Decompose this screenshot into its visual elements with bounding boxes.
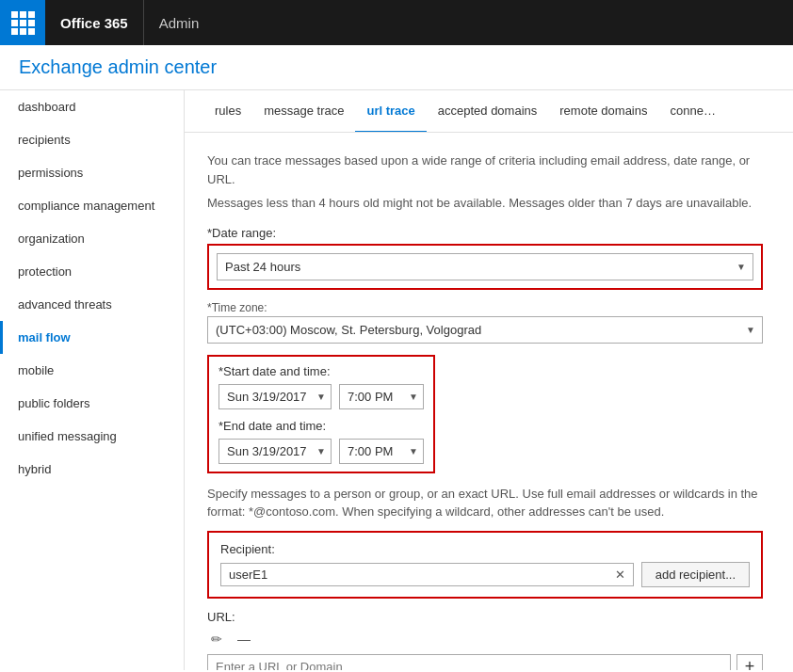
app-name: Office 365: [45, 0, 144, 45]
tab-connectors[interactable]: conne…: [659, 90, 727, 133]
sub-nav: rules message trace url trace accepted d…: [185, 90, 793, 133]
sidebar-item-permissions[interactable]: permissions: [0, 156, 184, 189]
start-time-select[interactable]: 7:00 PM: [339, 384, 424, 409]
url-input-row: +: [207, 654, 763, 671]
url-toolbar: ✏ —: [207, 630, 763, 648]
page-title: Exchange admin center: [19, 56, 217, 77]
end-datetime-group: Sun 3/19/2017 7:00 PM: [218, 439, 424, 464]
top-bar: Office 365 Admin: [0, 0, 793, 45]
recipient-clear-button[interactable]: ✕: [615, 568, 625, 582]
sidebar-item-compliance-management[interactable]: compliance management: [0, 189, 184, 222]
tab-message-trace[interactable]: message trace: [252, 90, 355, 133]
end-date-label: *End date and time:: [218, 419, 424, 433]
sidebar-item-mobile[interactable]: mobile: [0, 354, 184, 387]
tab-accepted-domains[interactable]: accepted domains: [427, 90, 549, 133]
start-datetime-group: Sun 3/19/2017 7:00 PM: [218, 384, 424, 409]
sidebar-item-dashboard[interactable]: dashboard: [0, 90, 184, 123]
tab-rules[interactable]: rules: [203, 90, 252, 133]
url-add-button[interactable]: +: [736, 654, 763, 671]
specify-text: Specify messages to a person or group, o…: [207, 485, 763, 521]
main-layout: dashboard recipients permissions complia…: [0, 90, 793, 670]
tab-url-trace[interactable]: url trace: [355, 90, 426, 133]
page-title-bar: Exchange admin center: [0, 45, 793, 90]
url-edit-icon[interactable]: ✏: [207, 630, 226, 648]
end-time-wrapper[interactable]: 7:00 PM: [339, 439, 424, 464]
date-range-highlight: Past 24 hours Past 48 hours Past 7 days …: [207, 244, 763, 290]
timezone-select[interactable]: (UTC+03:00) Moscow, St. Petersburg, Volg…: [207, 316, 763, 344]
datetime-highlight: *Start date and time: Sun 3/19/2017 7:00…: [207, 355, 435, 473]
sidebar-item-hybrid[interactable]: hybrid: [0, 453, 184, 486]
main-content: rules message trace url trace accepted d…: [185, 90, 793, 670]
sidebar-item-advanced-threats[interactable]: advanced threats: [0, 288, 184, 321]
date-range-select[interactable]: Past 24 hours Past 48 hours Past 7 days …: [217, 253, 753, 280]
end-date-select[interactable]: Sun 3/19/2017: [218, 439, 332, 464]
sidebar-item-organization[interactable]: organization: [0, 222, 184, 255]
start-date-select[interactable]: Sun 3/19/2017: [218, 384, 332, 409]
start-date-label: *Start date and time:: [218, 364, 424, 378]
sidebar-item-unified-messaging[interactable]: unified messaging: [0, 420, 184, 453]
sidebar-item-public-folders[interactable]: public folders: [0, 387, 184, 420]
recipient-box: Recipient: userE1 ✕ add recipient...: [207, 531, 763, 599]
recipient-input-wrap: userE1 ✕: [220, 563, 634, 586]
content-area: You can trace messages based upon a wide…: [185, 133, 793, 670]
url-section: URL: ✏ — + spamlink.contoso.com: [207, 610, 763, 671]
start-date-wrapper[interactable]: Sun 3/19/2017: [218, 384, 332, 409]
date-range-wrapper[interactable]: Past 24 hours Past 48 hours Past 7 days …: [217, 253, 753, 280]
url-input[interactable]: [207, 654, 731, 670]
sidebar-item-recipients[interactable]: recipients: [0, 123, 184, 156]
end-time-select[interactable]: 7:00 PM: [339, 439, 424, 464]
info-line-1: You can trace messages based upon a wide…: [207, 152, 770, 188]
top-section-label: Admin: [144, 15, 215, 31]
recipient-row: userE1 ✕ add recipient...: [220, 562, 750, 587]
sidebar-item-mail-flow[interactable]: mail flow: [0, 321, 184, 354]
url-label: URL:: [207, 610, 763, 624]
info-line-2: Messages less than 4 hours old might not…: [207, 194, 770, 213]
recipient-value: userE1: [229, 568, 609, 582]
end-date-wrapper[interactable]: Sun 3/19/2017: [218, 439, 332, 464]
sidebar: dashboard recipients permissions complia…: [0, 90, 185, 670]
waffle-button[interactable]: [0, 0, 45, 45]
add-recipient-button[interactable]: add recipient...: [641, 562, 750, 587]
timezone-row: *Time zone: (UTC+03:00) Moscow, St. Pete…: [207, 301, 763, 344]
waffle-icon: [11, 11, 35, 35]
timezone-label: *Time zone:: [207, 301, 763, 314]
date-range-label: *Date range:: [207, 226, 763, 240]
recipient-label: Recipient:: [220, 542, 750, 556]
start-time-wrapper[interactable]: 7:00 PM: [339, 384, 424, 409]
url-delete-icon[interactable]: —: [234, 630, 254, 648]
timezone-wrapper[interactable]: (UTC+03:00) Moscow, St. Petersburg, Volg…: [207, 316, 763, 344]
sidebar-item-protection[interactable]: protection: [0, 255, 184, 288]
tab-remote-domains[interactable]: remote domains: [548, 90, 658, 133]
